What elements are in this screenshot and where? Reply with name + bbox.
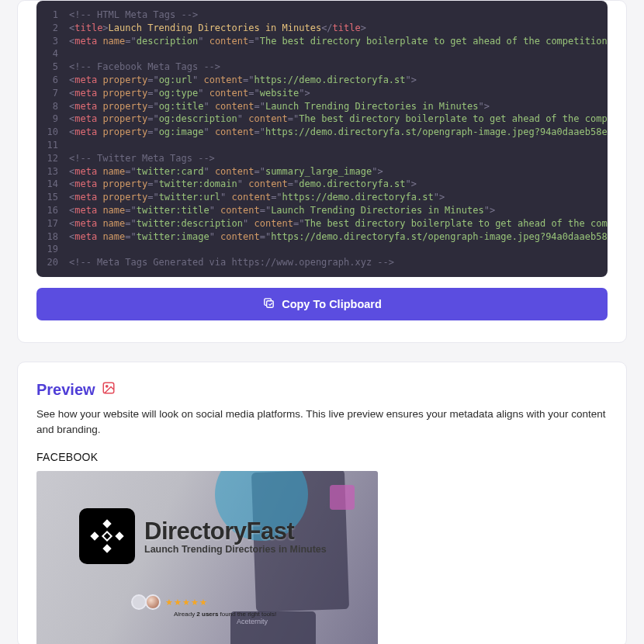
code-line: 18<meta name="twitter:image" content="ht…	[36, 230, 608, 244]
logo-icon	[79, 508, 135, 564]
code-line: 17<meta name="twitter:description" conte…	[36, 217, 608, 230]
code-line: 16<meta name="twitter:title" content="La…	[36, 204, 608, 217]
social-proof: ★★★★★	[137, 594, 208, 610]
preview-description: See how your website will look on social…	[36, 407, 608, 437]
facebook-label: FACEBOOK	[36, 451, 608, 463]
bg-accent	[330, 485, 355, 510]
preview-title: Preview	[36, 381, 95, 399]
code-line: 6<meta property="og:url" content="https:…	[36, 74, 608, 87]
code-line: 15<meta property="twitter:url" content="…	[36, 191, 608, 204]
code-line: 1<!-- HTML Meta Tags -->	[36, 9, 608, 22]
avatar	[131, 594, 147, 610]
code-line: 10<meta property="og:image" content="htt…	[36, 126, 608, 139]
code-line: 5<!-- Facebook Meta Tags -->	[36, 61, 608, 74]
avatar	[145, 594, 161, 610]
copy-button-label: Copy To Clipboard	[282, 298, 382, 310]
image-placeholder-icon	[102, 381, 116, 398]
svg-rect-5	[90, 531, 99, 540]
code-line: 12<!-- Twitter Meta Tags -->	[36, 152, 608, 165]
svg-rect-4	[102, 544, 111, 552]
code-line: 3<meta name="description" content="The b…	[36, 35, 608, 48]
svg-rect-0	[267, 301, 274, 308]
facebook-preview-card[interactable]: Aceternity DirectoryFast Launch Trending…	[36, 471, 378, 644]
code-line: 8<meta property="og:title" content="Laun…	[36, 100, 608, 113]
svg-rect-7	[102, 531, 111, 540]
code-line: 20<!-- Meta Tags Generated via https://w…	[36, 256, 608, 269]
social-proof-text: Already 2 users found the right tools!	[174, 611, 276, 618]
code-line: 4	[36, 47, 608, 61]
svg-point-2	[106, 386, 107, 387]
logo: DirectoryFast Launch Trending Directorie…	[79, 508, 327, 564]
svg-rect-3	[102, 519, 111, 528]
preview-card: Preview See how your website will look o…	[17, 362, 627, 644]
code-block[interactable]: 1<!-- HTML Meta Tags -->2<title>Launch T…	[36, 1, 608, 277]
copy-to-clipboard-button[interactable]: Copy To Clipboard	[36, 288, 608, 320]
brand-tagline: Launch Trending Directories in Minutes	[144, 544, 327, 555]
meta-tags-card: 1<!-- HTML Meta Tags -->2<title>Launch T…	[17, 0, 627, 343]
code-line: 9<meta property="og:description" content…	[36, 113, 608, 126]
code-line: 2<title>Launch Trending Directories in M…	[36, 22, 608, 35]
code-line: 13<meta name="twitter:card" content="sum…	[36, 165, 608, 178]
brand-name: DirectoryFast	[144, 518, 327, 545]
code-line: 11	[36, 139, 608, 152]
copy-icon	[262, 296, 275, 312]
code-line: 7<meta property="og:type" content="websi…	[36, 87, 608, 100]
svg-rect-6	[115, 531, 123, 540]
stars-icon: ★★★★★	[165, 597, 208, 608]
code-line: 19	[36, 243, 608, 256]
code-line: 14<meta property="twitter:domain" conten…	[36, 178, 608, 191]
